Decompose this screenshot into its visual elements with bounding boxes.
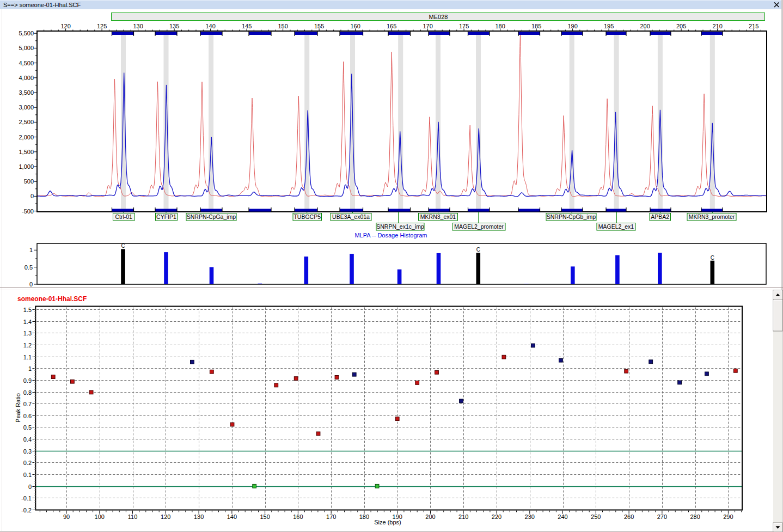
- svg-text:240: 240: [558, 513, 567, 520]
- svg-text:270: 270: [657, 513, 667, 520]
- svg-text:1.3: 1.3: [23, 330, 32, 337]
- svg-text:195: 195: [604, 23, 614, 29]
- svg-text:1.2: 1.2: [23, 342, 32, 348]
- svg-text:-500: -500: [22, 208, 34, 215]
- svg-text:230: 230: [525, 513, 535, 520]
- svg-text:0.4: 0.4: [23, 436, 32, 443]
- svg-text:500: 500: [24, 178, 34, 185]
- svg-text:0.9: 0.9: [23, 377, 32, 384]
- svg-text:110: 110: [128, 513, 138, 520]
- svg-text:180: 180: [359, 513, 369, 520]
- svg-text:130: 130: [133, 23, 143, 29]
- svg-text:3,000: 3,000: [19, 104, 34, 111]
- svg-text:-0.1: -0.1: [21, 495, 32, 502]
- svg-text:-0.2: -0.2: [21, 507, 32, 513]
- svg-text:Size (bps): Size (bps): [374, 519, 401, 525]
- svg-text:S==> someone-01-Hhal.SCF: S==> someone-01-Hhal.SCF: [3, 2, 81, 8]
- svg-text:135: 135: [169, 23, 179, 29]
- svg-text:0.5: 0.5: [25, 264, 33, 271]
- svg-text:0: 0: [30, 193, 34, 199]
- svg-text:0: 0: [28, 484, 32, 490]
- svg-text:0.2: 0.2: [23, 460, 32, 466]
- svg-text:160: 160: [350, 23, 360, 29]
- svg-text:160: 160: [293, 513, 303, 520]
- svg-text:140: 140: [205, 23, 215, 29]
- svg-text:2,500: 2,500: [19, 119, 34, 125]
- svg-text:175: 175: [459, 23, 469, 29]
- svg-text:155: 155: [314, 23, 324, 29]
- svg-text:MLPA -- Dosage Histogram: MLPA -- Dosage Histogram: [354, 232, 427, 239]
- svg-text:210: 210: [458, 513, 468, 520]
- svg-text:CYFIP1: CYFIP1: [156, 213, 176, 220]
- svg-text:250: 250: [591, 513, 601, 520]
- svg-text:Peak Ratio: Peak Ratio: [15, 393, 21, 423]
- svg-text:1.5: 1.5: [23, 307, 32, 313]
- svg-text:0.5: 0.5: [23, 424, 32, 431]
- svg-text:0: 0: [29, 281, 33, 288]
- svg-text:UBE3A_ex01a: UBE3A_ex01a: [332, 213, 370, 220]
- svg-text:MKRN3_promoter: MKRN3_promoter: [689, 213, 735, 220]
- svg-text:0.6: 0.6: [23, 413, 32, 419]
- svg-text:260: 260: [624, 513, 634, 520]
- svg-text:SNRPN-CpGa_imp: SNRPN-CpGa_imp: [187, 213, 236, 220]
- svg-text:5,500: 5,500: [19, 30, 34, 36]
- svg-text:100: 100: [95, 513, 105, 520]
- svg-text:90: 90: [63, 513, 70, 520]
- svg-text:3,500: 3,500: [19, 89, 34, 96]
- svg-text:290: 290: [723, 513, 733, 520]
- svg-text:1.4: 1.4: [23, 319, 32, 325]
- svg-text:C: C: [476, 247, 480, 253]
- svg-text:C: C: [121, 243, 125, 249]
- svg-text:280: 280: [690, 513, 700, 520]
- svg-text:1,500: 1,500: [19, 149, 34, 155]
- svg-text:MKRN3_ex01: MKRN3_ex01: [420, 213, 456, 220]
- svg-text:120: 120: [161, 513, 170, 520]
- svg-text:150: 150: [278, 23, 287, 29]
- svg-text:ME028: ME028: [429, 14, 448, 20]
- svg-text:170: 170: [326, 513, 336, 520]
- svg-text:0.3: 0.3: [23, 448, 32, 455]
- svg-text:C: C: [711, 255, 714, 261]
- svg-text:4,500: 4,500: [19, 60, 34, 66]
- svg-text:185: 185: [531, 23, 541, 29]
- svg-text:5,000: 5,000: [19, 45, 34, 51]
- svg-text:165: 165: [387, 23, 396, 29]
- svg-text:MAGEL2_ex1: MAGEL2_ex1: [598, 223, 634, 230]
- svg-text:SNRPN_ex1c_imp: SNRPN_ex1c_imp: [376, 223, 424, 230]
- svg-text:130: 130: [194, 513, 204, 520]
- svg-text:SNRPN-CpGb_imp: SNRPN-CpGb_imp: [547, 213, 596, 220]
- svg-text:APBA2: APBA2: [651, 213, 669, 220]
- svg-text:190: 190: [567, 23, 577, 29]
- svg-text:Ctrl-01: Ctrl-01: [115, 213, 132, 220]
- svg-text:200: 200: [425, 513, 435, 520]
- svg-text:210: 210: [712, 23, 722, 29]
- svg-text:145: 145: [242, 23, 252, 29]
- svg-text:1: 1: [28, 365, 32, 372]
- svg-text:1,000: 1,000: [19, 163, 34, 170]
- svg-text:220: 220: [492, 513, 501, 520]
- svg-text:200: 200: [640, 23, 650, 29]
- svg-text:1: 1: [29, 247, 33, 253]
- svg-text:125: 125: [97, 23, 107, 29]
- svg-text:215: 215: [749, 23, 758, 29]
- svg-text:170: 170: [423, 23, 432, 29]
- svg-text:0.1: 0.1: [23, 472, 32, 478]
- svg-text:140: 140: [227, 513, 237, 520]
- svg-text:2,000: 2,000: [19, 134, 34, 140]
- svg-text:someone-01-Hhal.SCF: someone-01-Hhal.SCF: [17, 295, 87, 303]
- svg-text:0.7: 0.7: [23, 401, 32, 407]
- svg-text:205: 205: [676, 23, 686, 29]
- svg-text:180: 180: [495, 23, 505, 29]
- svg-text:150: 150: [260, 513, 270, 520]
- svg-text:MAGEL2_promoter: MAGEL2_promoter: [454, 223, 504, 230]
- svg-text:120: 120: [60, 23, 70, 29]
- svg-text:4,000: 4,000: [19, 75, 34, 81]
- svg-text:1.1: 1.1: [23, 354, 32, 360]
- svg-text:TUBGCP5: TUBGCP5: [293, 213, 321, 220]
- svg-text:0.8: 0.8: [23, 389, 32, 396]
